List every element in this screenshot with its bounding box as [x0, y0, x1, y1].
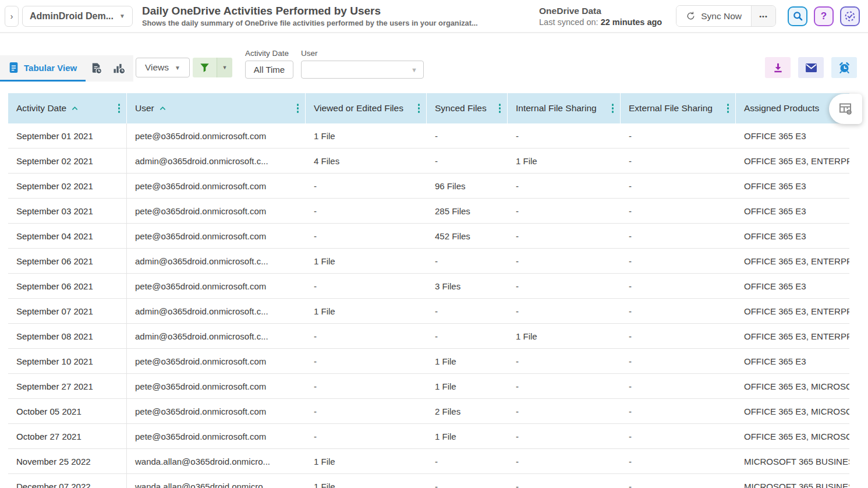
page-subtitle: Shows the daily summary of OneDrive file…: [142, 19, 478, 27]
top-header: › AdminDroid Dem... ▼ Daily OneDrive Act…: [0, 0, 868, 33]
tab-tabular-view[interactable]: Tabular View: [0, 55, 86, 82]
alt-view-icons: [90, 62, 126, 75]
cell-synced-files: 2 Files: [427, 399, 508, 424]
activity-date-filter-value[interactable]: All Time: [245, 61, 293, 79]
column-label: Internal File Sharing: [516, 103, 597, 114]
column-label: Synced Files: [435, 103, 487, 114]
funnel-icon: [200, 63, 210, 73]
chart-schedule-icon[interactable]: [113, 62, 126, 75]
table-row[interactable]: September 03 2021 pete@o365droid.onmicro…: [8, 199, 849, 224]
table-row[interactable]: September 07 2021 admin@o365droid.onmicr…: [8, 299, 849, 324]
cell-external-file-sharing: -: [621, 299, 736, 324]
workspace-dropdown[interactable]: AdminDroid Dem... ▼: [22, 6, 133, 27]
table-row[interactable]: December 07 2022 wanda.allan@o365droid.o…: [8, 474, 849, 488]
column-menu-icon[interactable]: [296, 101, 300, 115]
column-menu-icon[interactable]: [117, 101, 122, 115]
table-row[interactable]: October 05 2021 pete@o365droid.onmicroso…: [8, 399, 849, 424]
cell-viewed-or-edited-files: -: [306, 199, 427, 224]
cell-assigned-products: OFFICE 365 E3, ENTERPRIS: [736, 299, 849, 324]
column-menu-icon[interactable]: [498, 101, 502, 115]
column-header-viewed-or-edited-files[interactable]: Viewed or Edited Files: [306, 93, 427, 123]
table-row[interactable]: September 06 2021 admin@o365droid.onmicr…: [8, 249, 849, 274]
table-row[interactable]: October 27 2021 pete@o365droid.onmicroso…: [8, 424, 849, 449]
cell-synced-files: -: [427, 249, 508, 274]
views-dropdown-button[interactable]: Views ▼: [136, 58, 190, 77]
page-title: Daily OneDrive Activities Performed by U…: [142, 5, 478, 18]
schedule-alert-button[interactable]: [831, 57, 857, 78]
cell-activity-date: September 02 2021: [8, 148, 127, 174]
column-label: Activity Date: [16, 103, 66, 114]
chevron-right-icon: ›: [10, 12, 13, 21]
chevron-down-icon: ▼: [119, 13, 125, 19]
cell-user: admin@o365droid.onmicrosoft.c...: [127, 148, 306, 174]
report-schedule-icon[interactable]: [90, 62, 102, 75]
table-row[interactable]: September 27 2021 pete@o365droid.onmicro…: [8, 374, 849, 399]
column-header-synced-files[interactable]: Synced Files: [427, 93, 508, 123]
cell-internal-file-sharing: -: [508, 374, 621, 399]
cell-user: admin@o365droid.onmicrosoft.c...: [127, 324, 306, 349]
column-header-user[interactable]: User: [127, 93, 306, 123]
cell-assigned-products: OFFICE 365 E3, MICROSOF: [736, 399, 849, 424]
email-button[interactable]: [798, 57, 824, 78]
cell-synced-files: 96 Files: [427, 174, 508, 199]
search-icon: [792, 10, 803, 22]
sort-ascending-icon[interactable]: [72, 106, 78, 111]
table-row[interactable]: September 01 2021 pete@o365droid.onmicro…: [8, 123, 849, 148]
cell-activity-date: December 07 2022: [8, 474, 127, 488]
cell-user: pete@o365droid.onmicrosoft.com: [127, 349, 306, 374]
cell-activity-date: September 08 2021: [8, 324, 127, 349]
cell-user: pete@o365droid.onmicrosoft.com: [127, 224, 306, 249]
column-header-external-file-sharing[interactable]: External File Sharing: [621, 93, 736, 123]
help-button[interactable]: ?: [814, 6, 834, 26]
cell-external-file-sharing: -: [621, 274, 736, 299]
cell-assigned-products: MICROSOFT 365 BUSINES: [736, 449, 849, 474]
view-tabstrip: Tabular View: [0, 55, 133, 82]
cell-viewed-or-edited-files: -: [306, 324, 427, 349]
filter-button[interactable]: [193, 58, 217, 77]
cell-user: wanda.allan@o365droid.onmicro...: [127, 474, 306, 488]
cell-activity-date: September 27 2021: [8, 374, 127, 399]
search-button[interactable]: [788, 6, 807, 26]
cell-external-file-sharing: -: [621, 249, 736, 274]
column-menu-icon[interactable]: [611, 101, 615, 115]
sort-ascending-icon[interactable]: [160, 106, 166, 111]
column-label: Assigned Products: [744, 103, 819, 114]
cell-user: admin@o365droid.onmicrosoft.c...: [127, 299, 306, 324]
sync-button-group: Sync Now •••: [676, 5, 776, 27]
cell-activity-date: November 25 2022: [8, 449, 127, 474]
cell-viewed-or-edited-files: -: [306, 399, 427, 424]
table-row[interactable]: September 06 2021 pete@o365droid.onmicro…: [8, 274, 849, 299]
column-chooser-button[interactable]: [829, 94, 862, 124]
filter-dropdown-button[interactable]: ▼: [217, 58, 232, 77]
header-icon-buttons: ?: [788, 6, 860, 26]
cell-synced-files: 285 Files: [427, 199, 508, 224]
sync-now-button[interactable]: Sync Now: [676, 6, 751, 26]
cell-external-file-sharing: -: [621, 123, 736, 148]
table-row[interactable]: September 02 2021 admin@o365droid.onmicr…: [8, 148, 849, 174]
table-row[interactable]: September 04 2021 pete@o365droid.onmicro…: [8, 224, 849, 249]
column-header-activity-date[interactable]: Activity Date: [8, 93, 127, 123]
cell-synced-files: -: [427, 474, 508, 488]
table-row[interactable]: November 25 2022 wanda.allan@o365droid.o…: [8, 449, 849, 474]
column-menu-icon[interactable]: [726, 101, 731, 115]
table-row[interactable]: September 02 2021 pete@o365droid.onmicro…: [8, 174, 849, 199]
filter-split-button: ▼: [193, 58, 232, 77]
title-block: Daily OneDrive Activities Performed by U…: [142, 5, 478, 28]
cell-viewed-or-edited-files: -: [306, 174, 427, 199]
user-filter-label: User: [301, 49, 424, 58]
more-options-button[interactable]: •••: [751, 6, 775, 26]
cell-viewed-or-edited-files: 4 Files: [306, 148, 427, 174]
dashed-clock-check-icon: [844, 10, 856, 22]
table-row[interactable]: September 10 2021 pete@o365droid.onmicro…: [8, 349, 849, 374]
download-button[interactable]: [765, 57, 791, 78]
cell-internal-file-sharing: -: [508, 449, 621, 474]
column-menu-icon[interactable]: [417, 101, 421, 115]
scheduled-tasks-button[interactable]: [840, 6, 860, 26]
table-settings-icon: [838, 101, 853, 116]
table-row[interactable]: September 08 2021 admin@o365droid.onmicr…: [8, 324, 849, 349]
refresh-icon: [686, 11, 696, 21]
user-filter-select[interactable]: ▼: [301, 61, 424, 79]
expand-sidebar-button[interactable]: ›: [5, 6, 19, 27]
cell-internal-file-sharing: -: [508, 474, 621, 488]
column-header-internal-file-sharing[interactable]: Internal File Sharing: [508, 93, 621, 123]
